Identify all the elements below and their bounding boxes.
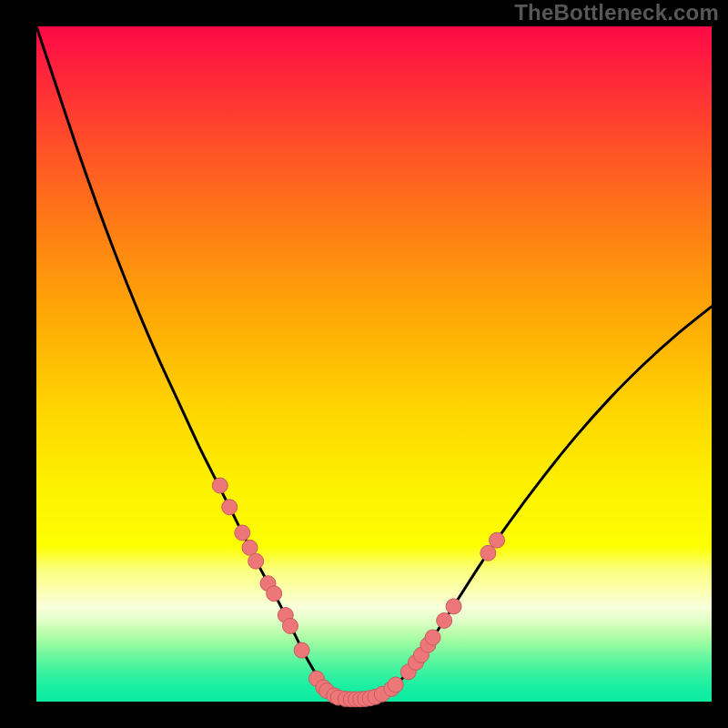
- data-marker: [388, 677, 403, 693]
- data-marker: [437, 612, 452, 628]
- data-marker: [294, 642, 309, 658]
- data-marker: [282, 618, 298, 633]
- data-marker: [490, 532, 505, 548]
- data-marker: [212, 478, 228, 493]
- data-marker: [267, 586, 282, 602]
- curve-layer: [0, 0, 728, 728]
- data-marker: [425, 630, 440, 645]
- data-marker: [235, 525, 250, 541]
- chart-stage: TheBottleneck.com: [0, 0, 728, 728]
- data-marker: [446, 599, 461, 614]
- data-marker: [222, 500, 238, 515]
- bottleneck-curve: [36, 26, 712, 700]
- data-marker: [248, 553, 264, 569]
